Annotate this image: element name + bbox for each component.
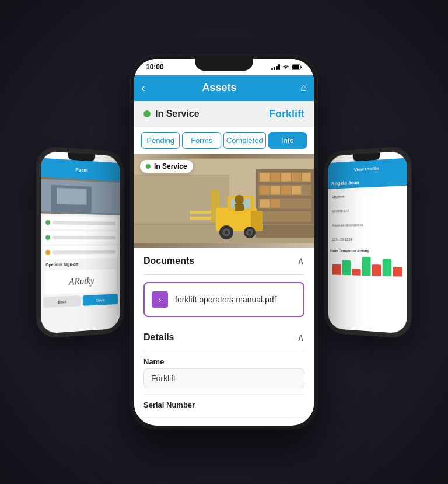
left-signature-area: ARutky [45, 269, 116, 294]
svg-point-36 [225, 231, 228, 234]
svg-rect-26 [190, 211, 213, 214]
right-phone-chart [330, 254, 405, 278]
phone-content[interactable]: In Service Forklift Pending Forms Comple… [134, 101, 314, 426]
svg-rect-15 [281, 172, 290, 180]
status-badge: In Service [144, 109, 200, 119]
left-phone-image [41, 177, 120, 215]
phone-main: 10:00 [131, 55, 317, 429]
details-chevron: ∧ [297, 331, 304, 344]
detail-name-label: Name [144, 357, 304, 366]
forklift-svg [187, 179, 274, 243]
overlay-status-dot [146, 164, 150, 169]
svg-point-40 [235, 195, 244, 204]
right-field-phone: 123-123-1234 [330, 232, 405, 246]
document-item[interactable]: › forklift operators manual.pdf [144, 282, 304, 317]
doc-arrow-icon: › [152, 291, 168, 308]
detail-serial-label: Serial Number [144, 401, 304, 409]
status-bar: 10:00 [134, 59, 314, 75]
svg-rect-2 [57, 187, 87, 204]
documents-chevron: ∧ [297, 255, 304, 267]
notch [195, 59, 253, 71]
svg-rect-16 [292, 172, 301, 180]
tab-forms[interactable]: Forms [182, 132, 220, 149]
app-header: ‹ Assets ⌂ [134, 75, 314, 101]
svg-rect-4 [301, 66, 302, 68]
back-button[interactable]: ‹ [141, 81, 145, 95]
header-title: Assets [150, 82, 289, 94]
documents-section-header[interactable]: Documents ∧ [144, 248, 304, 275]
svg-rect-5 [292, 65, 299, 69]
in-service-overlay: In Service [140, 160, 193, 173]
tab-pending[interactable]: Pending [141, 132, 180, 149]
right-chart-label: Form Completion Activity [330, 247, 405, 255]
detail-name-value: Forklift [144, 368, 304, 388]
svg-rect-28 [211, 190, 215, 222]
phone-left: Form [36, 145, 124, 339]
svg-rect-17 [302, 172, 310, 180]
left-sign-off-label: Operator Sign-off [43, 260, 118, 269]
svg-point-39 [249, 231, 251, 234]
svg-rect-27 [190, 217, 213, 220]
signal-icon [271, 64, 280, 70]
detail-serial-row: Serial Number [144, 395, 304, 418]
left-phone-row-3 [43, 245, 118, 259]
home-button[interactable]: ⌂ [300, 82, 307, 94]
right-field-email: Angela.jean@company.ca [330, 217, 405, 231]
left-phone-row-2 [43, 231, 118, 244]
tab-completed[interactable]: Completed [223, 132, 266, 149]
status-icons [271, 64, 302, 70]
tab-bar: Pending Forms Completed Info [134, 127, 314, 154]
svg-rect-20 [281, 186, 290, 194]
svg-rect-21 [292, 186, 301, 194]
status-time: 10:00 [146, 63, 164, 71]
asset-name: Forklift [269, 108, 304, 120]
documents-title: Documents [144, 256, 194, 266]
right-field-id: 123456-123 [330, 203, 405, 217]
battery-icon [292, 64, 302, 70]
left-phone-row-1 [43, 215, 118, 229]
status-dot [144, 110, 150, 117]
overlay-status-text: In Service [154, 162, 187, 170]
doc-filename: forklift operators manual.pdf [175, 295, 276, 304]
left-back-btn[interactable]: Back [43, 295, 80, 308]
left-save-btn[interactable]: Save [82, 294, 118, 306]
asset-status-bar: In Service Forklift [134, 101, 314, 127]
right-field-engineer: Engineer [330, 187, 405, 203]
details-section-header[interactable]: Details ∧ [144, 324, 304, 351]
status-text: In Service [155, 109, 200, 119]
svg-rect-41 [235, 204, 244, 211]
wifi-icon [282, 64, 290, 70]
phone-screen: 10:00 [134, 59, 314, 426]
phone-right: View Profile Angela Jean Engineer 123456… [324, 145, 412, 339]
detail-name-row: Name Forklift [144, 351, 304, 395]
details-section: Details ∧ Name Forklift Serial Number [134, 324, 314, 418]
tab-info[interactable]: Info [268, 132, 307, 149]
details-title: Details [144, 332, 174, 343]
asset-image: In Service [134, 154, 314, 248]
documents-section: Documents ∧ › forklift operators manual.… [134, 248, 314, 317]
scene: Form [0, 0, 448, 484]
